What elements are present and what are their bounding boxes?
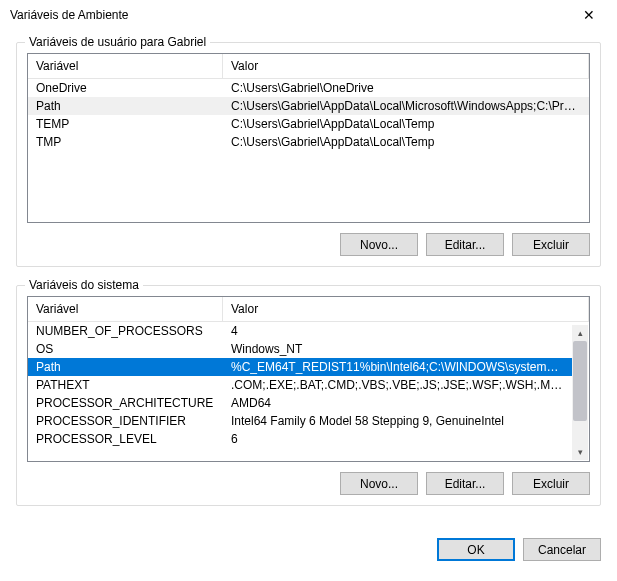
titlebar: Variáveis de Ambiente ✕ (0, 0, 617, 30)
cell-variable: PROCESSOR_IDENTIFIER (28, 412, 223, 430)
cell-value: C:\Users\Gabriel\AppData\Local\Temp (223, 133, 589, 151)
cell-variable: TEMP (28, 115, 223, 133)
cancel-button[interactable]: Cancelar (523, 538, 601, 561)
table-row[interactable]: PROCESSOR_ARCHITECTUREAMD64 (28, 394, 573, 412)
cell-value: AMD64 (223, 394, 573, 412)
user-vars-group: Variáveis de usuário para Gabriel Variáv… (16, 42, 601, 267)
table-row[interactable]: PROCESSOR_LEVEL6 (28, 430, 573, 448)
col-header-variable[interactable]: Variável (28, 54, 223, 78)
cell-variable: OS (28, 340, 223, 358)
table-row[interactable]: OneDriveC:\Users\Gabriel\OneDrive (28, 79, 589, 97)
scroll-down-icon[interactable]: ▾ (572, 444, 588, 460)
table-row[interactable]: TEMPC:\Users\Gabriel\AppData\Local\Temp (28, 115, 589, 133)
cell-variable: Path (28, 358, 223, 376)
cell-value: 6 (223, 430, 573, 448)
cell-variable: Path (28, 97, 223, 115)
system-new-button[interactable]: Novo... (340, 472, 418, 495)
cell-variable: NUMBER_OF_PROCESSORS (28, 322, 223, 340)
scroll-thumb[interactable] (573, 341, 587, 421)
cell-variable: TMP (28, 133, 223, 151)
user-edit-button[interactable]: Editar... (426, 233, 504, 256)
cell-variable: PROCESSOR_ARCHITECTURE (28, 394, 223, 412)
table-row[interactable]: OSWindows_NT (28, 340, 573, 358)
table-row[interactable]: Path%C_EM64T_REDIST11%bin\Intel64;C:\WIN… (28, 358, 573, 376)
system-edit-button[interactable]: Editar... (426, 472, 504, 495)
cell-value: %C_EM64T_REDIST11%bin\Intel64;C:\WINDOWS… (223, 358, 573, 376)
window-title: Variáveis de Ambiente (10, 8, 569, 22)
cell-value: C:\Users\Gabriel\OneDrive (223, 79, 589, 97)
system-delete-button[interactable]: Excluir (512, 472, 590, 495)
cell-value: C:\Users\Gabriel\AppData\Local\Temp (223, 115, 589, 133)
user-delete-button[interactable]: Excluir (512, 233, 590, 256)
scroll-up-icon[interactable]: ▴ (572, 325, 588, 341)
system-vars-group: Variáveis do sistema Variável Valor NUMB… (16, 285, 601, 506)
cell-variable: PROCESSOR_LEVEL (28, 430, 223, 448)
table-row[interactable]: PROCESSOR_IDENTIFIERIntel64 Family 6 Mod… (28, 412, 573, 430)
cell-value: Windows_NT (223, 340, 573, 358)
table-row[interactable]: TMPC:\Users\Gabriel\AppData\Local\Temp (28, 133, 589, 151)
cell-value: .COM;.EXE;.BAT;.CMD;.VBS;.VBE;.JS;.JSE;.… (223, 376, 573, 394)
user-vars-list[interactable]: Variável Valor OneDriveC:\Users\Gabriel\… (27, 53, 590, 223)
cell-value: C:\Users\Gabriel\AppData\Local\Microsoft… (223, 97, 589, 115)
scrollbar[interactable]: ▴ ▾ (572, 325, 588, 460)
system-vars-list[interactable]: Variável Valor NUMBER_OF_PROCESSORS4OSWi… (27, 296, 590, 462)
cell-variable: OneDrive (28, 79, 223, 97)
user-vars-legend: Variáveis de usuário para Gabriel (25, 35, 210, 49)
ok-button[interactable]: OK (437, 538, 515, 561)
close-icon[interactable]: ✕ (569, 1, 609, 29)
user-new-button[interactable]: Novo... (340, 233, 418, 256)
table-row[interactable]: PathC:\Users\Gabriel\AppData\Local\Micro… (28, 97, 589, 115)
cell-value: 4 (223, 322, 573, 340)
col-header-value[interactable]: Valor (223, 54, 589, 78)
table-row[interactable]: PATHEXT.COM;.EXE;.BAT;.CMD;.VBS;.VBE;.JS… (28, 376, 573, 394)
user-vars-header: Variável Valor (28, 54, 589, 79)
col-header-variable[interactable]: Variável (28, 297, 223, 321)
cell-variable: PATHEXT (28, 376, 223, 394)
system-vars-header: Variável Valor (28, 297, 589, 322)
system-vars-legend: Variáveis do sistema (25, 278, 143, 292)
cell-value: Intel64 Family 6 Model 58 Stepping 9, Ge… (223, 412, 573, 430)
table-row[interactable]: NUMBER_OF_PROCESSORS4 (28, 322, 573, 340)
col-header-value[interactable]: Valor (223, 297, 589, 321)
